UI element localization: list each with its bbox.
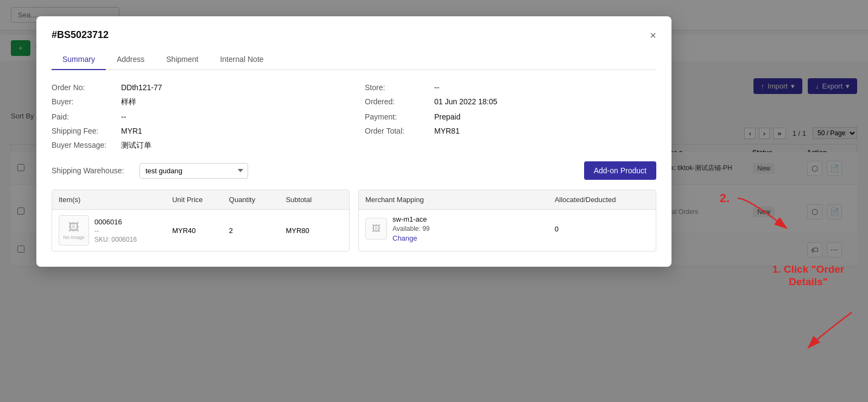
- tab-shipment[interactable]: Shipment: [155, 49, 209, 70]
- tab-summary[interactable]: Summary: [52, 49, 106, 70]
- payment-row: Payment: Prepaid: [365, 112, 656, 121]
- ordered-value: 01 Jun 2022 18:05: [434, 97, 497, 106]
- order-total-row: Order Total: MYR81: [365, 127, 656, 135]
- modal-header: #BS5023712 ×: [52, 29, 656, 41]
- product-cell: 🖼 No Image 0006016 -- SKU: 0006016: [59, 215, 172, 246]
- modal-title: #BS5023712: [52, 29, 109, 41]
- col-quantity: Quantity: [229, 196, 286, 204]
- shipping-warehouse-label: Shipping Warehouse:: [52, 166, 133, 175]
- tables-area: Item(s) Unit Price Quantity Subtotal 🖼 N…: [52, 190, 656, 252]
- order-info-grid: Order No: DDth121-77 Store: -- Buyer: 样样…: [52, 83, 656, 150]
- payment-value: Prepaid: [434, 112, 460, 121]
- unit-price-value: MYR40: [172, 227, 229, 235]
- shipping-fee-row: Shipping Fee: MYR1: [52, 127, 343, 135]
- merchant-info: sw-m1-ace Available: 99 Change: [392, 215, 430, 242]
- product-dash: --: [94, 227, 137, 235]
- paid-value: --: [121, 112, 126, 121]
- buyer-row: Buyer: 样样: [52, 97, 343, 107]
- merchant-table-header: Merchant Mapping Allocated/Deducted: [359, 190, 656, 210]
- tab-address[interactable]: Address: [106, 49, 155, 70]
- warehouse-select[interactable]: test gudang Warehouse A Warehouse B: [140, 163, 248, 179]
- order-no-label: Order No:: [52, 83, 117, 92]
- addon-product-button[interactable]: Add-on Product: [584, 161, 656, 180]
- merchant-thumb-icon: 🖼: [372, 224, 381, 234]
- subtotal-value: MYR80: [286, 227, 343, 235]
- allocated-value: 0: [555, 225, 649, 233]
- merchant-thumbnail: 🖼: [365, 218, 387, 240]
- col-items: Item(s): [59, 196, 172, 204]
- paid-row: Paid: --: [52, 112, 343, 121]
- merchant-available: Available: 99: [392, 225, 430, 233]
- items-table-row: 🖼 No Image 0006016 -- SKU: 0006016 MYR40…: [52, 210, 349, 251]
- col-merchant-mapping: Merchant Mapping: [365, 196, 555, 204]
- store-label: Store:: [365, 83, 430, 92]
- no-image-icon: 🖼: [68, 221, 79, 234]
- buyer-value: 样样: [121, 97, 136, 107]
- product-info: 0006016 -- SKU: 0006016: [94, 218, 137, 243]
- product-thumbnail: 🖼 No Image: [59, 215, 89, 246]
- quantity-value: 2: [229, 227, 286, 235]
- store-value: --: [434, 83, 439, 92]
- shipping-fee-label: Shipping Fee:: [52, 127, 117, 135]
- merchant-name: sw-m1-ace: [392, 215, 430, 223]
- ordered-label: Ordered:: [365, 97, 430, 106]
- buyer-message-value: 测试订单: [121, 141, 151, 150]
- order-total-label: Order Total:: [365, 127, 430, 135]
- buyer-message-label: Buyer Message:: [52, 141, 117, 149]
- paid-label: Paid:: [52, 112, 117, 121]
- modal-tabs: Summary Address Shipment Internal Note: [52, 49, 656, 70]
- product-id: 0006016: [94, 218, 137, 226]
- merchant-table-row: 🖼 sw-m1-ace Available: 99 Change 0: [359, 210, 656, 248]
- warehouse-addon-row: Shipping Warehouse: test gudang Warehous…: [52, 161, 656, 180]
- shipping-warehouse-row: Shipping Warehouse: test gudang Warehous…: [52, 163, 248, 179]
- items-table-header: Item(s) Unit Price Quantity Subtotal: [52, 190, 349, 210]
- col-allocated: Allocated/Deducted: [555, 196, 649, 204]
- shipping-fee-value: MYR1: [121, 127, 142, 135]
- buyer-label: Buyer:: [52, 97, 117, 106]
- order-details-modal: #BS5023712 × Summary Address Shipment In…: [36, 16, 671, 267]
- col-unit-price: Unit Price: [172, 196, 229, 204]
- change-link[interactable]: Change: [392, 234, 430, 242]
- store-row: Store: --: [365, 83, 656, 92]
- tab-internal-note[interactable]: Internal Note: [209, 49, 274, 70]
- modal-close-button[interactable]: ×: [650, 30, 656, 41]
- order-no-value: DDth121-77: [121, 83, 162, 92]
- col-subtotal: Subtotal: [286, 196, 343, 204]
- items-table: Item(s) Unit Price Quantity Subtotal 🖼 N…: [52, 190, 350, 252]
- ordered-row: Ordered: 01 Jun 2022 18:05: [365, 97, 656, 107]
- order-no-row: Order No: DDth121-77: [52, 83, 343, 92]
- payment-label: Payment:: [365, 112, 430, 121]
- buyer-message-row: Buyer Message: 测试订单: [52, 141, 343, 150]
- merchant-cell: 🖼 sw-m1-ace Available: 99 Change: [365, 215, 555, 242]
- merchant-mapping-table: Merchant Mapping Allocated/Deducted 🖼 sw…: [358, 190, 656, 252]
- order-total-value: MYR81: [434, 127, 460, 135]
- product-sku: SKU: 0006016: [94, 236, 137, 243]
